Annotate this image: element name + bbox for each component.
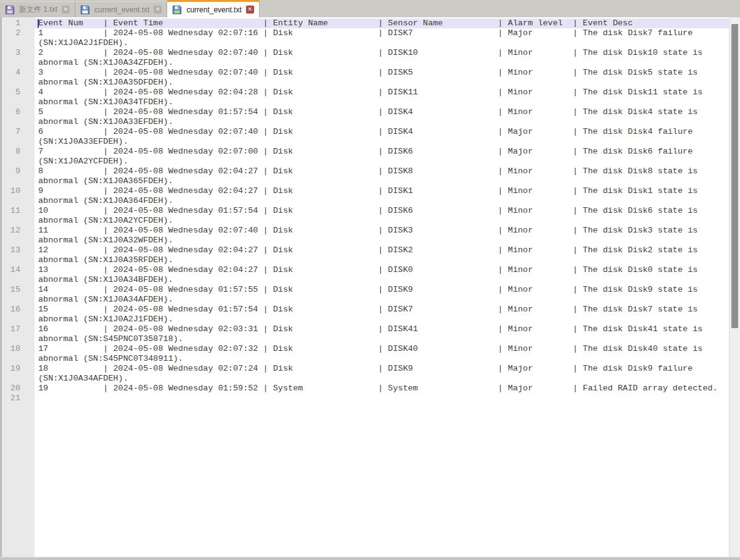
- line-text[interactable]: Event Num | Event Time | Entity Name | S…: [35, 19, 729, 28]
- code-line[interactable]: (SN:X1J0A34AFDEH).: [0, 374, 729, 384]
- code-line[interactable]: 76 | 2024-05-08 Wednesday 02:07:40 | Dis…: [0, 127, 729, 137]
- line-text[interactable]: 15 | 2024-05-08 Wednesday 01:57:54 | Dis…: [35, 305, 729, 315]
- tab-close-icon[interactable]: ✕: [154, 6, 162, 14]
- code-line[interactable]: abnormal (SN:X1J0A365FDEH).: [0, 176, 729, 186]
- code-line[interactable]: abnormal (SN:X1J0A34ZFDEH).: [0, 58, 729, 68]
- line-text[interactable]: abnormal (SN:X1J0A365FDEH).: [35, 176, 729, 186]
- line-number: 3: [2, 48, 35, 58]
- line-text[interactable]: 13 | 2024-05-08 Wednesday 02:04:27 | Dis…: [35, 265, 729, 275]
- line-text[interactable]: 3 | 2024-05-08 Wednesday 02:07:40 | Disk…: [35, 68, 729, 78]
- line-number: [2, 38, 35, 48]
- code-line[interactable]: 1817 | 2024-05-08 Wednesday 02:07:32 | D…: [0, 344, 729, 354]
- code-line[interactable]: 1716 | 2024-05-08 Wednesday 02:03:31 | D…: [0, 324, 729, 334]
- line-text[interactable]: 9 | 2024-05-08 Wednesday 02:04:27 | Disk…: [35, 186, 729, 196]
- line-text[interactable]: abnormal (SN:X1J0A34ZFDEH).: [35, 58, 729, 68]
- line-text[interactable]: abnormal (SN:X1J0A34AFDEH).: [35, 295, 729, 305]
- code-line[interactable]: 2019 | 2024-05-08 Wednesday 01:59:52 | S…: [0, 384, 729, 393]
- line-text[interactable]: 16 | 2024-05-08 Wednesday 02:03:31 | Dis…: [35, 324, 729, 334]
- line-text[interactable]: [35, 393, 729, 403]
- code-line[interactable]: 87 | 2024-05-08 Wednesday 02:07:00 | Dis…: [0, 147, 729, 157]
- code-line[interactable]: (SN:X1J0A33EFDEH).: [0, 137, 729, 147]
- code-line[interactable]: (SN:X1J0A2YCFDEH).: [0, 157, 729, 167]
- code-line[interactable]: abnormal (SN:X1J0A34TFDEH).: [0, 97, 729, 107]
- code-line[interactable]: 1110 | 2024-05-08 Wednesday 01:57:54 | D…: [0, 206, 729, 216]
- line-text[interactable]: 2 | 2024-05-08 Wednesday 02:07:40 | Disk…: [35, 48, 729, 58]
- code-line[interactable]: 21: [0, 393, 729, 403]
- tab-close-icon[interactable]: ✕: [62, 6, 70, 14]
- line-number: [2, 275, 35, 285]
- line-text[interactable]: abnormal (SN:S45PNC0T348911).: [35, 354, 729, 364]
- line-text[interactable]: abnormal (SN:X1J0A32WFDEH).: [35, 236, 729, 245]
- code-line[interactable]: abnormal (SN:X1J0A2YCFDEH).: [0, 216, 729, 226]
- text-caret: [38, 19, 39, 28]
- line-text[interactable]: abnormal (SN:X1J0A2YCFDEH).: [35, 216, 729, 226]
- line-text[interactable]: abnormal (SN:X1J0A2J1FDEH).: [35, 315, 729, 324]
- code-line[interactable]: 98 | 2024-05-08 Wednesday 02:04:27 | Dis…: [0, 167, 729, 176]
- line-number: 14: [2, 265, 35, 275]
- tab-current-event-1[interactable]: current_event.txt ✕: [75, 1, 167, 17]
- line-text[interactable]: 8 | 2024-05-08 Wednesday 02:04:27 | Disk…: [35, 167, 729, 176]
- code-line[interactable]: 1312 | 2024-05-08 Wednesday 02:04:27 | D…: [0, 245, 729, 255]
- scrollbar-thumb[interactable]: [731, 24, 738, 328]
- code-line[interactable]: abnormal (SN:X1J0A34BFDEH).: [0, 275, 729, 285]
- line-text[interactable]: (SN:X1J0A34AFDEH).: [35, 374, 729, 384]
- code-line[interactable]: abnormal (SN:X1J0A33EFDEH).: [0, 117, 729, 127]
- line-text[interactable]: (SN:X1J0A2YCFDEH).: [35, 157, 729, 167]
- line-number: [2, 374, 35, 384]
- code-line[interactable]: 1Event Num | Event Time | Entity Name | …: [0, 19, 729, 28]
- file-icon: [172, 5, 182, 15]
- tab-label: current_event.txt: [94, 6, 149, 14]
- line-text[interactable]: 10 | 2024-05-08 Wednesday 01:57:54 | Dis…: [35, 206, 729, 216]
- code-line[interactable]: 1514 | 2024-05-08 Wednesday 01:57:55 | D…: [0, 285, 729, 295]
- line-number: 19: [2, 364, 35, 374]
- code-line[interactable]: 1413 | 2024-05-08 Wednesday 02:04:27 | D…: [0, 265, 729, 275]
- line-text[interactable]: 11 | 2024-05-08 Wednesday 02:07:40 | Dis…: [35, 226, 729, 236]
- line-number: [2, 58, 35, 68]
- line-text[interactable]: 5 | 2024-05-08 Wednesday 01:57:54 | Disk…: [35, 107, 729, 117]
- line-text[interactable]: abnormal (SN:S45PNC0T358718).: [35, 334, 729, 344]
- line-text[interactable]: abnormal (SN:X1J0A34TFDEH).: [35, 97, 729, 107]
- code-line[interactable]: 1918 | 2024-05-08 Wednesday 02:07:24 | D…: [0, 364, 729, 374]
- vertical-scrollbar[interactable]: [729, 17, 740, 557]
- line-text[interactable]: 17 | 2024-05-08 Wednesday 02:07:32 | Dis…: [35, 344, 729, 354]
- code-line[interactable]: abnormal (SN:X1J0A2J1FDEH).: [0, 315, 729, 324]
- code-line[interactable]: abnormal (SN:X1J0A364FDEH).: [0, 196, 729, 206]
- code-line[interactable]: abnormal (SN:X1J0A35DFDEH).: [0, 78, 729, 88]
- code-line[interactable]: 1615 | 2024-05-08 Wednesday 01:57:54 | D…: [0, 305, 729, 315]
- code-line[interactable]: 1211 | 2024-05-08 Wednesday 02:07:40 | D…: [0, 226, 729, 236]
- line-text[interactable]: 4 | 2024-05-08 Wednesday 02:04:28 | Disk…: [35, 88, 729, 97]
- code-line[interactable]: 109 | 2024-05-08 Wednesday 02:04:27 | Di…: [0, 186, 729, 196]
- text-content[interactable]: 1Event Num | Event Time | Entity Name | …: [0, 17, 729, 557]
- line-text[interactable]: abnormal (SN:X1J0A364FDEH).: [35, 196, 729, 206]
- code-line[interactable]: 54 | 2024-05-08 Wednesday 02:04:28 | Dis…: [0, 88, 729, 97]
- line-text[interactable]: (SN:X1J0A33EFDEH).: [35, 137, 729, 147]
- code-line[interactable]: abnormal (SN:S45PNC0T358718).: [0, 334, 729, 344]
- line-text[interactable]: 14 | 2024-05-08 Wednesday 01:57:55 | Dis…: [35, 285, 729, 295]
- line-text[interactable]: 18 | 2024-05-08 Wednesday 02:07:24 | Dis…: [35, 364, 729, 374]
- line-text[interactable]: 1 | 2024-05-08 Wednesday 02:07:16 | Disk…: [35, 28, 729, 38]
- code-line[interactable]: 65 | 2024-05-08 Wednesday 01:57:54 | Dis…: [0, 107, 729, 117]
- tab-new-file-1[interactable]: 新文件 1.txt ✕: [0, 1, 75, 17]
- file-icon: [80, 5, 90, 15]
- tab-close-icon[interactable]: ✕: [246, 6, 254, 14]
- line-text[interactable]: (SN:X1J0A2J1FDEH).: [35, 38, 729, 48]
- line-text[interactable]: abnormal (SN:X1J0A35RFDEH).: [35, 255, 729, 265]
- line-text[interactable]: abnormal (SN:X1J0A35DFDEH).: [35, 78, 729, 88]
- line-text[interactable]: 12 | 2024-05-08 Wednesday 02:04:27 | Dis…: [35, 245, 729, 255]
- code-line[interactable]: abnormal (SN:X1J0A35RFDEH).: [0, 255, 729, 265]
- line-text[interactable]: 6 | 2024-05-08 Wednesday 02:07:40 | Disk…: [35, 127, 729, 137]
- line-text[interactable]: abnormal (SN:X1J0A33EFDEH).: [35, 117, 729, 127]
- line-text[interactable]: abnormal (SN:X1J0A34BFDEH).: [35, 275, 729, 285]
- tab-current-event-2-active[interactable]: current_event.txt ✕: [167, 0, 259, 17]
- code-line[interactable]: 21 | 2024-05-08 Wednesday 02:07:16 | Dis…: [0, 28, 729, 38]
- line-text[interactable]: 7 | 2024-05-08 Wednesday 02:07:00 | Disk…: [35, 147, 729, 157]
- code-line[interactable]: 32 | 2024-05-08 Wednesday 02:07:40 | Dis…: [0, 48, 729, 58]
- code-line[interactable]: abnormal (SN:X1J0A34AFDEH).: [0, 295, 729, 305]
- code-line[interactable]: abnormal (SN:X1J0A32WFDEH).: [0, 236, 729, 245]
- line-number: 5: [2, 88, 35, 97]
- code-line[interactable]: abnormal (SN:S45PNC0T348911).: [0, 354, 729, 364]
- line-number: [2, 255, 35, 265]
- code-line[interactable]: 43 | 2024-05-08 Wednesday 02:07:40 | Dis…: [0, 68, 729, 78]
- line-text[interactable]: 19 | 2024-05-08 Wednesday 01:59:52 | Sys…: [35, 384, 729, 393]
- code-line[interactable]: (SN:X1J0A2J1FDEH).: [0, 38, 729, 48]
